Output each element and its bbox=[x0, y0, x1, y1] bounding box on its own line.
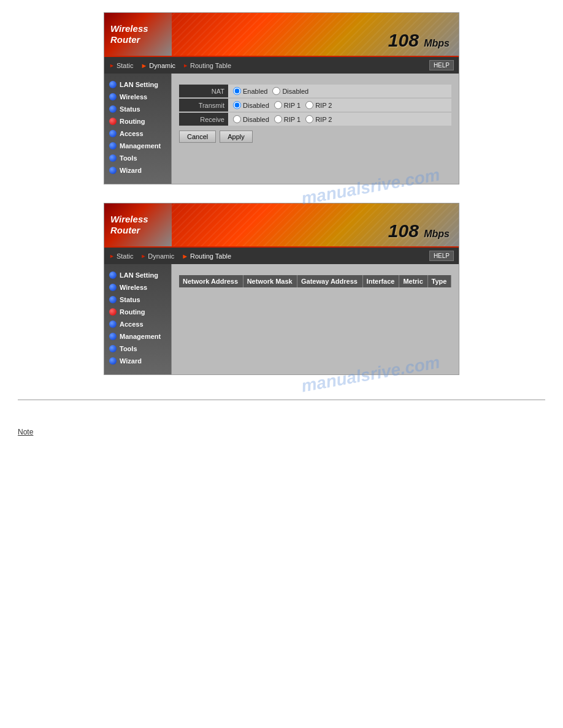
sidebar-item-tools-2[interactable]: Tools bbox=[104, 343, 171, 355]
sidebar-item-lan-2[interactable]: LAN Setting bbox=[104, 269, 171, 281]
sidebar-item-wireless-2[interactable]: Wireless bbox=[104, 281, 171, 294]
form-row-receive: Receive Disabled RIP 1 bbox=[179, 113, 451, 126]
sidebar-item-access-2[interactable]: Access bbox=[104, 318, 171, 330]
dot-tools-1 bbox=[109, 154, 117, 162]
panel-content-1: LAN Setting Wireless Status Routing bbox=[104, 74, 459, 184]
sidebar-item-routing-2[interactable]: Routing bbox=[104, 306, 171, 318]
help-button-1[interactable]: HELP bbox=[429, 60, 454, 70]
sidebar-label-access-2: Access bbox=[120, 320, 144, 328]
transmit-rip2-radio[interactable] bbox=[305, 101, 313, 109]
receive-rip1-label: RIP 1 bbox=[284, 116, 301, 123]
tab-routing-table-2[interactable]: ► Routing Table bbox=[182, 252, 231, 260]
logo-wireless-2: Wireless bbox=[110, 214, 166, 225]
speed-number-1: 108 bbox=[388, 30, 419, 50]
receive-rip2-radio[interactable] bbox=[305, 115, 313, 123]
nat-enabled-option[interactable]: Enabled bbox=[233, 87, 267, 95]
sidebar-label-lan-1: LAN Setting bbox=[120, 81, 158, 88]
transmit-rip1-radio[interactable] bbox=[274, 101, 282, 109]
transmit-controls: Disabled RIP 1 RIP 2 bbox=[228, 99, 451, 112]
receive-rip1-radio[interactable] bbox=[274, 115, 282, 123]
nat-radio-group: Enabled Disabled bbox=[233, 87, 308, 95]
sidebar-label-routing-1: Routing bbox=[120, 118, 145, 125]
dot-status-2 bbox=[109, 296, 117, 303]
sidebar-2: LAN Setting Wireless Status Routing bbox=[104, 264, 172, 374]
nat-enabled-radio[interactable] bbox=[233, 87, 241, 95]
sidebar-item-lan-1[interactable]: LAN Setting bbox=[104, 78, 171, 91]
transmit-rip1-option[interactable]: RIP 1 bbox=[274, 101, 301, 109]
dot-access-2 bbox=[109, 320, 117, 328]
sidebar-item-routing-1[interactable]: Routing bbox=[104, 115, 171, 127]
dot-lan-1 bbox=[109, 81, 117, 88]
sidebar-label-wireless-1: Wireless bbox=[120, 93, 147, 100]
sidebar-item-status-2[interactable]: Status bbox=[104, 294, 171, 306]
receive-radio-group: Disabled RIP 1 RIP 2 bbox=[233, 115, 332, 123]
cancel-button-1[interactable]: Cancel bbox=[179, 131, 216, 143]
sidebar-item-status-1[interactable]: Status bbox=[104, 103, 171, 115]
receive-rip2-option[interactable]: RIP 2 bbox=[305, 115, 332, 123]
tab-static-1[interactable]: ► Static bbox=[109, 62, 133, 69]
bottom-section: Note bbox=[18, 425, 545, 439]
dot-management-2 bbox=[109, 333, 117, 340]
header-graphic-2: 108 Mbps bbox=[172, 203, 459, 246]
nat-disabled-label: Disabled bbox=[282, 88, 308, 95]
th-gateway-address: Gateway Address bbox=[297, 275, 363, 287]
apply-button-1[interactable]: Apply bbox=[220, 131, 253, 143]
panel-header-1: Wireless Router 108 Mbps bbox=[104, 13, 459, 56]
sidebar-item-management-1[interactable]: Management bbox=[104, 140, 171, 152]
main-content-2: Network Address Network Mask Gateway Add… bbox=[172, 264, 459, 374]
sidebar-1: LAN Setting Wireless Status Routing bbox=[104, 74, 172, 184]
receive-rip1-option[interactable]: RIP 1 bbox=[274, 115, 301, 123]
transmit-rip2-option[interactable]: RIP 2 bbox=[305, 101, 332, 109]
speed-unit-1: Mbps bbox=[424, 38, 450, 48]
dot-tools-2 bbox=[109, 345, 117, 352]
dot-routing-2 bbox=[109, 308, 117, 316]
receive-controls: Disabled RIP 1 RIP 2 bbox=[228, 113, 451, 126]
sidebar-item-wireless-1[interactable]: Wireless bbox=[104, 91, 171, 103]
th-network-mask: Network Mask bbox=[243, 275, 297, 287]
sidebar-item-wizard-2[interactable]: Wizard bbox=[104, 355, 171, 367]
sidebar-item-access-1[interactable]: Access bbox=[104, 127, 171, 140]
arrow-routing-1: ► bbox=[183, 63, 188, 69]
transmit-disabled-radio[interactable] bbox=[233, 101, 241, 109]
transmit-rip1-label: RIP 1 bbox=[284, 102, 301, 109]
button-row-1: Cancel Apply bbox=[179, 131, 451, 143]
nat-disabled-option[interactable]: Disabled bbox=[272, 87, 308, 95]
dot-wireless-1 bbox=[109, 93, 117, 100]
help-button-2[interactable]: HELP bbox=[429, 251, 454, 261]
dot-wizard-2 bbox=[109, 357, 117, 365]
form-row-transmit: Transmit Disabled RIP 1 bbox=[179, 99, 451, 112]
tab-routing-table-1[interactable]: ► Routing Table bbox=[183, 62, 231, 69]
sidebar-item-tools-1[interactable]: Tools bbox=[104, 152, 171, 164]
sidebar-item-management-2[interactable]: Management bbox=[104, 330, 171, 343]
th-network-address: Network Address bbox=[179, 275, 243, 287]
receive-disabled-option[interactable]: Disabled bbox=[233, 115, 269, 123]
dot-lan-2 bbox=[109, 271, 117, 279]
transmit-disabled-option[interactable]: Disabled bbox=[233, 101, 269, 109]
sidebar-label-access-1: Access bbox=[120, 130, 144, 137]
sidebar-label-wireless-2: Wireless bbox=[120, 284, 147, 291]
nat-disabled-radio[interactable] bbox=[272, 87, 280, 95]
receive-disabled-radio[interactable] bbox=[233, 115, 241, 123]
speed-unit-2: Mbps bbox=[424, 229, 450, 239]
sidebar-item-wizard-1[interactable]: Wizard bbox=[104, 164, 171, 176]
dot-wireless-2 bbox=[109, 284, 117, 291]
tab-static-2[interactable]: ► Static bbox=[109, 252, 133, 260]
receive-label: Receive bbox=[179, 113, 228, 126]
sidebar-label-management-1: Management bbox=[120, 142, 161, 150]
th-type: Type bbox=[427, 275, 451, 287]
help-label-2: HELP bbox=[434, 252, 450, 259]
transmit-rip2-label: RIP 2 bbox=[315, 102, 332, 109]
router-ui-1: Wireless Router 108 Mbps ► Static ► bbox=[104, 12, 459, 184]
help-label-1: HELP bbox=[434, 62, 450, 69]
tab-routing-label-2: Routing Table bbox=[190, 252, 231, 260]
router-panel-2: Wireless Router 108 Mbps ► Static ► bbox=[104, 203, 459, 375]
tab-dynamic-1[interactable]: ► Dynamic bbox=[140, 62, 175, 69]
tab-dynamic-label-1: Dynamic bbox=[149, 62, 175, 69]
main-content-1: NAT Enabled Disabled bbox=[172, 74, 459, 184]
header-graphic-1: 108 Mbps bbox=[172, 13, 459, 56]
logo-wireless-1: Wireless bbox=[110, 23, 166, 34]
dot-management-1 bbox=[109, 142, 117, 150]
panel-tabs-1: ► Static ► Dynamic ► Routing Table HELP bbox=[104, 56, 459, 74]
section-divider bbox=[18, 400, 545, 400]
tab-dynamic-2[interactable]: ► Dynamic bbox=[140, 252, 174, 260]
